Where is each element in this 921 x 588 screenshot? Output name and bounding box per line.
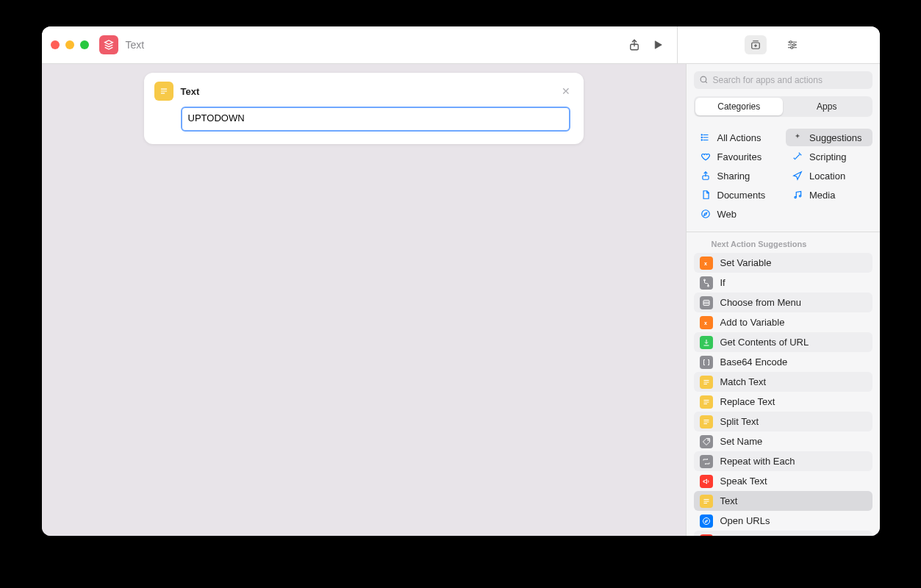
list-icon bbox=[700, 132, 712, 143]
action-copy-to-clipboard[interactable]: Copy to Clipboard bbox=[694, 531, 872, 536]
category-media[interactable]: Media bbox=[786, 186, 872, 204]
document-icon bbox=[700, 189, 712, 201]
category-label: Favourites bbox=[717, 151, 762, 162]
action-if[interactable]: If bbox=[694, 273, 872, 293]
wand-icon bbox=[792, 151, 803, 162]
category-all-actions[interactable]: All Actions bbox=[694, 129, 781, 146]
action-label: Set Name bbox=[720, 436, 763, 447]
action-choose-from-menu[interactable]: Choose from Menu bbox=[694, 293, 872, 312]
action-label: Add to Variable bbox=[720, 317, 785, 328]
settings-toggle-button[interactable] bbox=[781, 35, 803, 54]
category-label: Web bbox=[717, 209, 737, 220]
action-label: Match Text bbox=[720, 376, 767, 387]
x-icon: x bbox=[700, 257, 713, 270]
action-text[interactable]: Text bbox=[694, 491, 872, 511]
lines-icon bbox=[700, 415, 713, 429]
action-label: Replace Text bbox=[720, 396, 775, 407]
repeat-icon bbox=[700, 455, 713, 468]
action-repeat-with-each[interactable]: Repeat with Each bbox=[694, 451, 872, 471]
category-favourites[interactable]: Favourites bbox=[694, 148, 781, 165]
action-split-text[interactable]: Split Text bbox=[694, 412, 872, 431]
lines-icon bbox=[700, 376, 713, 389]
category-scripting[interactable]: Scripting bbox=[786, 148, 872, 165]
minimize-icon[interactable] bbox=[65, 40, 74, 49]
action-open-urls[interactable]: Open URLs bbox=[694, 511, 872, 531]
category-label: Suggestions bbox=[809, 132, 862, 143]
category-suggestions[interactable]: Suggestions bbox=[786, 129, 872, 146]
compass-icon bbox=[700, 514, 713, 528]
app-icon bbox=[99, 35, 118, 54]
svg-point-19 bbox=[703, 517, 709, 524]
svg-point-2 bbox=[789, 41, 792, 43]
close-icon[interactable] bbox=[51, 40, 60, 49]
share-button[interactable] bbox=[623, 33, 646, 57]
svg-point-8 bbox=[701, 140, 702, 140]
location-icon bbox=[792, 170, 803, 182]
action-label: If bbox=[720, 277, 725, 288]
brackets-icon bbox=[700, 356, 713, 369]
svg-point-10 bbox=[795, 196, 796, 198]
action-match-text[interactable]: Match Text bbox=[694, 372, 872, 392]
search-input[interactable] bbox=[694, 71, 872, 89]
action-set-name[interactable]: Set Name bbox=[694, 431, 872, 451]
tab-categories[interactable]: Categories bbox=[695, 98, 784, 115]
action-base64-encode[interactable]: Base64 Encode bbox=[694, 352, 872, 372]
category-sharing[interactable]: Sharing bbox=[694, 167, 781, 184]
window: Text bbox=[42, 26, 880, 536]
category-label: Media bbox=[809, 190, 835, 201]
action-label: Text bbox=[720, 495, 738, 506]
svg-point-3 bbox=[793, 44, 795, 46]
action-label: Speak Text bbox=[720, 476, 767, 487]
svg-rect-16 bbox=[703, 300, 709, 305]
category-label: Documents bbox=[717, 190, 766, 201]
action-get-contents-of-url[interactable]: Get Contents of URL bbox=[694, 332, 872, 352]
segmented-control[interactable]: Categories Apps bbox=[694, 96, 872, 117]
svg-point-18 bbox=[707, 439, 709, 440]
svg-point-6 bbox=[701, 135, 702, 135]
run-button[interactable] bbox=[646, 33, 670, 57]
action-label: Open URLs bbox=[720, 515, 770, 526]
compass-icon bbox=[700, 208, 712, 220]
action-label: Base64 Encode bbox=[720, 356, 788, 368]
category-label: Location bbox=[809, 171, 845, 182]
branch-icon bbox=[700, 276, 713, 290]
category-location[interactable]: Location bbox=[786, 167, 872, 184]
categories-grid: All Actions Suggestions Favourites Scrip… bbox=[687, 121, 880, 232]
action-speak-text[interactable]: Speak Text bbox=[694, 471, 872, 491]
fullscreen-icon[interactable] bbox=[80, 40, 89, 49]
svg-point-12 bbox=[701, 210, 709, 218]
workflow-canvas[interactable]: Text ✕ bbox=[42, 64, 686, 536]
remove-action-button[interactable]: ✕ bbox=[559, 84, 573, 98]
library-toggle-button[interactable] bbox=[745, 35, 767, 54]
speaker-icon bbox=[700, 475, 713, 488]
category-documents[interactable]: Documents bbox=[694, 186, 781, 204]
category-label: Scripting bbox=[809, 151, 847, 162]
toolbar: Text bbox=[42, 26, 880, 64]
action-label: Choose from Menu bbox=[720, 297, 802, 308]
action-title: Text bbox=[181, 86, 551, 97]
text-action-icon bbox=[154, 82, 173, 101]
action-library-sidebar: Categories Apps All Actions Suggestions … bbox=[686, 64, 880, 536]
action-replace-text[interactable]: Replace Text bbox=[694, 392, 872, 412]
svg-text:x: x bbox=[704, 320, 707, 325]
svg-point-11 bbox=[799, 196, 800, 197]
action-block-text[interactable]: Text ✕ bbox=[144, 73, 584, 144]
app-title: Text bbox=[126, 39, 145, 51]
category-web[interactable]: Web bbox=[694, 205, 781, 223]
menu-icon bbox=[700, 296, 713, 309]
tab-apps[interactable]: Apps bbox=[783, 98, 871, 115]
suggestions-header: Next Action Suggestions bbox=[687, 232, 880, 253]
svg-text:x: x bbox=[704, 260, 707, 265]
clipboard-icon bbox=[700, 534, 713, 537]
text-action-input[interactable] bbox=[181, 107, 570, 132]
sparkle-icon bbox=[792, 132, 803, 143]
traffic-lights bbox=[51, 40, 89, 49]
action-add-to-variable[interactable]: xAdd to Variable bbox=[694, 312, 872, 332]
action-label: Get Contents of URL bbox=[720, 337, 809, 348]
toolbar-right-group bbox=[677, 26, 871, 63]
action-set-variable[interactable]: xSet Variable bbox=[694, 253, 872, 273]
heart-icon bbox=[700, 151, 712, 162]
svg-point-4 bbox=[791, 46, 793, 49]
share-icon bbox=[700, 170, 712, 182]
category-label: All Actions bbox=[717, 132, 761, 143]
